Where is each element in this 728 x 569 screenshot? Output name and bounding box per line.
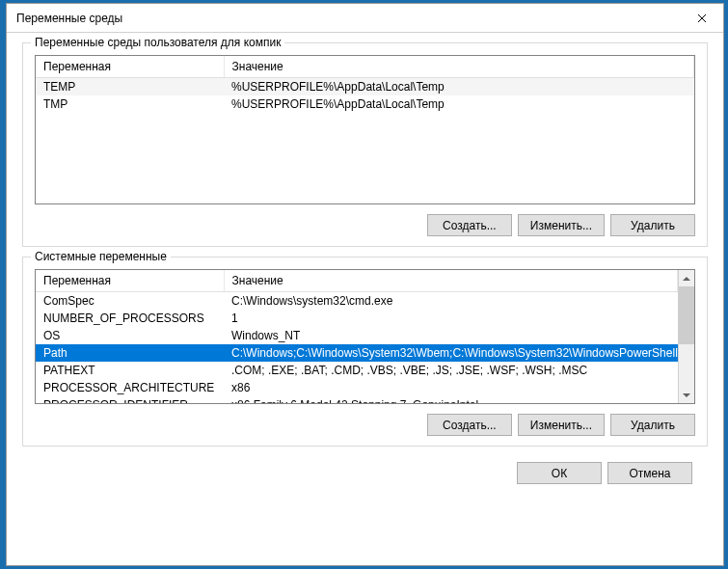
system-vars-label: Системные переменные [31, 250, 171, 263]
var-name-cell: TMP [36, 95, 224, 113]
var-name-cell: TEMP [36, 78, 224, 96]
var-name-cell: NUMBER_OF_PROCESSORS [36, 310, 224, 327]
titlebar: Переменные среды [7, 4, 723, 33]
table-row[interactable]: TMP %USERPROFILE%\AppData\Local\Temp [36, 95, 694, 113]
edit-button[interactable]: Изменить... [518, 214, 605, 236]
close-icon [697, 14, 707, 23]
delete-button[interactable]: Удалить [610, 414, 695, 436]
user-vars-table[interactable]: Переменная Значение TEMP %USERPROFILE%\A… [35, 55, 695, 204]
edit-button[interactable]: Изменить... [518, 414, 605, 436]
var-value-cell: C:\Windows;C:\Windows\System32\Wbem;C:\W… [224, 344, 678, 362]
table-row[interactable]: PATHEXT .COM; .EXE; .BAT; .CMD; .VBS; .V… [36, 362, 678, 379]
user-vars-label: Переменные среды пользователя для компик [31, 36, 284, 49]
var-value-cell: %USERPROFILE%\AppData\Local\Temp [224, 95, 694, 113]
var-name-cell: PROCESSOR_ARCHITECTURE [36, 379, 224, 396]
var-value-cell: x86 Family 6 Model 42 Stepping 7, Genuin… [224, 396, 678, 403]
table-row[interactable]: TEMP %USERPROFILE%\AppData\Local\Temp [36, 78, 694, 96]
var-value-cell: x86 [224, 379, 678, 396]
scroll-up-button[interactable] [679, 270, 694, 286]
var-name-cell: ComSpec [36, 292, 224, 311]
table-row[interactable]: PROCESSOR_IDENTIFIER x86 Family 6 Model … [36, 396, 678, 403]
var-value-cell: .COM; .EXE; .BAT; .CMD; .VBS; .VBE; .JS;… [224, 362, 678, 379]
var-value-cell: 1 [224, 310, 678, 327]
scroll-track[interactable] [679, 344, 694, 387]
scroll-thumb[interactable] [679, 286, 694, 344]
system-vars-group: Системные переменные Переменная Значение… [22, 257, 708, 447]
env-vars-dialog: Переменные среды Переменные среды пользо… [6, 3, 724, 566]
delete-button[interactable]: Удалить [610, 214, 695, 236]
column-header-value[interactable]: Значение [224, 56, 694, 78]
var-value-cell: %USERPROFILE%\AppData\Local\Temp [224, 78, 694, 96]
table-row[interactable]: OS Windows_NT [36, 327, 678, 344]
system-vars-table[interactable]: Переменная Значение ComSpec C:\Windows\s… [35, 269, 695, 404]
table-row[interactable]: Path C:\Windows;C:\Windows\System32\Wbem… [36, 344, 678, 362]
chevron-down-icon [683, 392, 690, 399]
var-name-cell: OS [36, 327, 224, 344]
scrollbar[interactable] [678, 270, 694, 403]
user-vars-buttons: Создать... Изменить... Удалить [35, 214, 695, 236]
scroll-down-button[interactable] [679, 387, 694, 403]
table-row[interactable]: PROCESSOR_ARCHITECTURE x86 [36, 379, 678, 396]
table-row[interactable]: NUMBER_OF_PROCESSORS 1 [36, 310, 678, 327]
var-value-cell: Windows_NT [224, 327, 678, 344]
close-button[interactable] [680, 4, 723, 32]
cancel-button[interactable]: Отмена [607, 462, 692, 484]
system-vars-buttons: Создать... Изменить... Удалить [35, 414, 695, 436]
create-button[interactable]: Создать... [427, 214, 512, 236]
column-header-name[interactable]: Переменная [36, 270, 224, 292]
create-button[interactable]: Создать... [427, 414, 512, 436]
var-value-cell: C:\Windows\system32\cmd.exe [224, 292, 678, 311]
var-name-cell: PATHEXT [36, 362, 224, 379]
ok-button[interactable]: ОК [517, 462, 602, 484]
user-vars-group: Переменные среды пользователя для компик… [22, 42, 708, 247]
column-header-value[interactable]: Значение [224, 270, 678, 292]
window-title: Переменные среды [16, 12, 122, 25]
column-header-name[interactable]: Переменная [36, 56, 224, 78]
content-area: Переменные среды пользователя для компик… [7, 33, 723, 565]
var-name-cell: PROCESSOR_IDENTIFIER [36, 396, 224, 403]
chevron-up-icon [683, 275, 690, 283]
table-row[interactable]: ComSpec C:\Windows\system32\cmd.exe [36, 292, 678, 311]
dialog-footer: ОК Отмена [22, 456, 708, 484]
var-name-cell: Path [36, 344, 224, 362]
